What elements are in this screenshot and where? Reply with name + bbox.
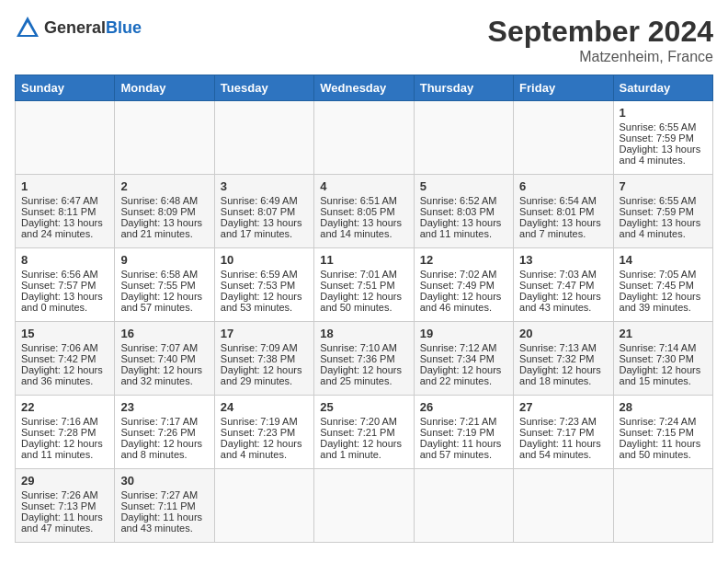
sunrise-text: Sunrise: 6:49 AM (221, 195, 308, 206)
daylight-text: Daylight: 12 hours and 18 minutes. (519, 364, 607, 386)
sunset-text: Sunset: 7:19 PM (420, 427, 507, 438)
day-number: 1 (21, 179, 108, 193)
sunrise-text: Sunrise: 7:12 AM (420, 342, 507, 353)
day-number: 23 (120, 400, 208, 414)
location: Matzenheim, France (488, 49, 713, 65)
calendar-cell: 30Sunrise: 7:27 AMSunset: 7:11 PMDayligh… (115, 469, 214, 543)
calendar-cell: 13Sunrise: 7:03 AMSunset: 7:47 PMDayligh… (514, 248, 613, 322)
sunset-text: Sunset: 8:07 PM (221, 206, 308, 217)
week-row-1: 1Sunrise: 6:55 AMSunset: 7:59 PMDaylight… (16, 101, 713, 175)
calendar-cell (16, 101, 115, 175)
sunrise-text: Sunrise: 7:06 AM (21, 342, 108, 353)
day-number: 3 (221, 179, 308, 193)
daylight-text: Daylight: 12 hours and 57 minutes. (120, 291, 208, 313)
day-number: 18 (320, 327, 407, 340)
sunset-text: Sunset: 7:40 PM (120, 353, 208, 364)
calendar-cell: 15Sunrise: 7:06 AMSunset: 7:42 PMDayligh… (16, 322, 115, 396)
calendar-cell: 5Sunrise: 6:52 AMSunset: 8:03 PMDaylight… (414, 175, 513, 248)
calendar-cell: 29Sunrise: 7:26 AMSunset: 7:13 PMDayligh… (16, 469, 115, 543)
sunset-text: Sunset: 8:01 PM (519, 206, 607, 217)
calendar-cell: 6Sunrise: 6:54 AMSunset: 8:01 PMDaylight… (514, 175, 613, 248)
daylight-text: Daylight: 12 hours and 46 minutes. (420, 291, 507, 313)
daylight-text: Daylight: 11 hours and 47 minutes. (21, 511, 108, 534)
sunrise-text: Sunrise: 7:01 AM (320, 269, 407, 280)
calendar-cell (514, 101, 613, 175)
calendar-cell: 4Sunrise: 6:51 AMSunset: 8:05 PMDaylight… (314, 175, 414, 248)
daylight-text: Daylight: 13 hours and 24 minutes. (21, 217, 108, 239)
logo-icon (15, 15, 40, 40)
sunrise-text: Sunrise: 7:14 AM (620, 342, 707, 353)
day-number: 28 (620, 400, 707, 414)
day-header-saturday: Saturday (613, 75, 712, 101)
sunset-text: Sunset: 7:23 PM (221, 427, 308, 438)
calendar-cell: 21Sunrise: 7:14 AMSunset: 7:30 PMDayligh… (613, 322, 712, 396)
daylight-text: Daylight: 12 hours and 11 minutes. (21, 438, 108, 460)
calendar-cell: 20Sunrise: 7:13 AMSunset: 7:32 PMDayligh… (514, 322, 613, 396)
day-number: 26 (420, 400, 507, 414)
day-number: 1 (620, 106, 707, 120)
calendar-cell: 16Sunrise: 7:07 AMSunset: 7:40 PMDayligh… (115, 322, 214, 396)
sunset-text: Sunset: 7:53 PM (221, 280, 308, 291)
header-row: SundayMondayTuesdayWednesdayThursdayFrid… (16, 75, 713, 101)
day-number: 10 (221, 253, 308, 267)
calendar-cell (214, 101, 313, 175)
day-header-monday: Monday (115, 75, 214, 101)
sunset-text: Sunset: 7:13 PM (21, 500, 108, 511)
day-number: 27 (519, 400, 607, 414)
week-row-2: 1Sunrise: 6:47 AMSunset: 8:11 PMDaylight… (16, 175, 713, 248)
day-number: 7 (620, 179, 707, 193)
daylight-text: Daylight: 12 hours and 1 minute. (320, 438, 407, 460)
sunset-text: Sunset: 8:05 PM (320, 206, 407, 217)
sunset-text: Sunset: 7:55 PM (120, 280, 208, 291)
calendar-cell: 25Sunrise: 7:20 AMSunset: 7:21 PMDayligh… (314, 396, 414, 469)
sunrise-text: Sunrise: 6:54 AM (519, 195, 607, 206)
page-header: GeneralBlue September 2024 Matzenheim, F… (15, 15, 713, 65)
daylight-text: Daylight: 13 hours and 4 minutes. (620, 144, 707, 166)
calendar-cell: 26Sunrise: 7:21 AMSunset: 7:19 PMDayligh… (414, 396, 513, 469)
calendar-cell: 22Sunrise: 7:16 AMSunset: 7:28 PMDayligh… (16, 396, 115, 469)
calendar-cell: 3Sunrise: 6:49 AMSunset: 8:07 PMDaylight… (214, 175, 313, 248)
sunset-text: Sunset: 8:03 PM (420, 206, 507, 217)
daylight-text: Daylight: 11 hours and 57 minutes. (420, 438, 507, 460)
day-number: 8 (21, 253, 108, 267)
day-number: 2 (120, 179, 208, 193)
daylight-text: Daylight: 11 hours and 50 minutes. (620, 438, 707, 460)
sunrise-text: Sunrise: 6:55 AM (620, 121, 707, 132)
daylight-text: Daylight: 12 hours and 43 minutes. (519, 291, 607, 313)
sunset-text: Sunset: 7:57 PM (21, 280, 108, 291)
day-header-tuesday: Tuesday (214, 75, 313, 101)
daylight-text: Daylight: 12 hours and 8 minutes. (120, 438, 208, 460)
calendar-cell: 17Sunrise: 7:09 AMSunset: 7:38 PMDayligh… (214, 322, 313, 396)
calendar-cell: 1Sunrise: 6:47 AMSunset: 8:11 PMDaylight… (16, 175, 115, 248)
day-number: 12 (420, 253, 507, 267)
calendar-cell (414, 101, 513, 175)
day-number: 24 (221, 400, 308, 414)
sunrise-text: Sunrise: 7:16 AM (21, 416, 108, 427)
day-header-thursday: Thursday (414, 75, 513, 101)
sunset-text: Sunset: 7:32 PM (519, 353, 607, 364)
daylight-text: Daylight: 12 hours and 4 minutes. (221, 438, 308, 460)
daylight-text: Daylight: 13 hours and 0 minutes. (21, 291, 108, 313)
sunset-text: Sunset: 7:51 PM (320, 280, 407, 291)
day-number: 17 (221, 327, 308, 340)
sunrise-text: Sunrise: 6:48 AM (120, 195, 208, 206)
day-number: 5 (420, 179, 507, 193)
calendar-cell (214, 469, 313, 543)
logo: GeneralBlue (15, 15, 142, 40)
calendar-cell: 11Sunrise: 7:01 AMSunset: 7:51 PMDayligh… (314, 248, 414, 322)
sunset-text: Sunset: 7:15 PM (620, 427, 707, 438)
sunrise-text: Sunrise: 7:23 AM (519, 416, 607, 427)
sunset-text: Sunset: 7:59 PM (620, 132, 707, 144)
sunrise-text: Sunrise: 7:03 AM (519, 269, 607, 280)
daylight-text: Daylight: 13 hours and 11 minutes. (420, 217, 507, 239)
sunrise-text: Sunrise: 7:02 AM (420, 269, 507, 280)
calendar-cell (115, 101, 214, 175)
calendar-cell: 18Sunrise: 7:10 AMSunset: 7:36 PMDayligh… (314, 322, 414, 396)
sunset-text: Sunset: 7:49 PM (420, 280, 507, 291)
sunrise-text: Sunrise: 6:58 AM (120, 269, 208, 280)
sunset-text: Sunset: 7:17 PM (519, 427, 607, 438)
day-header-wednesday: Wednesday (314, 75, 414, 101)
sunset-text: Sunset: 7:28 PM (21, 427, 108, 438)
day-number: 14 (620, 253, 707, 267)
daylight-text: Daylight: 13 hours and 17 minutes. (221, 217, 308, 239)
